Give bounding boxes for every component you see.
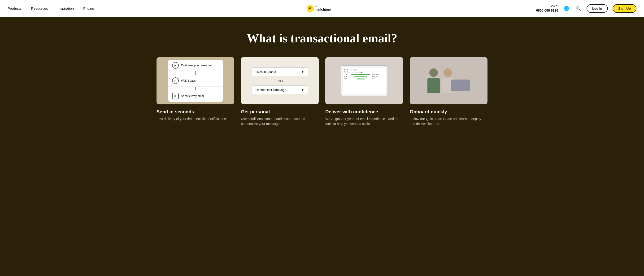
globe-icon-button[interactable]: 🌐 [563, 5, 570, 12]
workflow-item-2: ◷ Wait 3 days [168, 75, 223, 87]
card-4-desc: Follow our Quick Start Guide and learn t… [410, 116, 488, 126]
card-1-visual: ▶ Customer purchases item ◷ Wait 3 days … [156, 57, 234, 104]
workflow-box: ▶ Customer purchases item ◷ Wait 3 days … [168, 60, 223, 102]
nav-sales: Sales: 0800 086 8196 [536, 4, 558, 13]
bar-row-3: 71K Unlikely [344, 78, 384, 80]
card-3-visual: Predictive Intelligence Likelihood to pu… [325, 57, 403, 104]
clock-icon: ◷ [172, 77, 179, 84]
card-2-image: Lives in Atlanta ▼ AND Opened last campa… [241, 57, 319, 104]
condition-2-label: Opened last campaign [256, 88, 286, 92]
main-section: What is transactional email? ▶ Customer … [0, 17, 644, 276]
chevron-down-icon-2: ▼ [301, 88, 304, 92]
condition-1-dropdown[interactable]: Lives in Atlanta ▼ [252, 68, 308, 76]
workflow-label-2: Wait 3 days [181, 79, 196, 82]
person-1-head [429, 68, 438, 77]
card-1-desc: Fast delivery of your time-sensitive not… [156, 116, 234, 121]
nav-item-pricing[interactable]: Pricing [83, 7, 94, 11]
bar-2 [354, 76, 367, 77]
card-2-visual: Lives in Atlanta ▼ AND Opened last campa… [241, 57, 319, 104]
workflow-item-1: ▶ Customer purchases item [168, 60, 223, 71]
nav-left: Products Resources Inspiration Pricing [8, 7, 94, 11]
login-button[interactable]: Log In [586, 4, 608, 13]
card-1-title: Send in seconds [156, 109, 234, 115]
svg-text:mailchimp: mailchimp [315, 7, 331, 11]
card-4-image [410, 57, 488, 104]
signup-button[interactable]: Sign Up [612, 4, 636, 13]
person-1 [428, 68, 440, 93]
navbar: Products Resources Inspiration Pricing M… [0, 0, 644, 17]
card-get-personal: Lives in Atlanta ▼ AND Opened last campa… [241, 57, 319, 126]
and-label: AND [276, 79, 283, 83]
card-3-image: Predictive Intelligence Likelihood to pu… [325, 57, 403, 104]
card-4-title: Onboard quickly [410, 109, 488, 115]
card-deliver-confidence: Predictive Intelligence Likelihood to pu… [325, 57, 403, 126]
condition-2-dropdown[interactable]: Opened last campaign ▼ [252, 85, 308, 94]
people-visual [428, 68, 470, 93]
nav-logo[interactable]: M INTUIT mailchimp [306, 4, 338, 13]
connector-2 [195, 87, 196, 90]
card-1-image: ▶ Customer purchases item ◷ Wait 3 days … [156, 57, 234, 104]
cards-grid: ▶ Customer purchases item ◷ Wait 3 days … [156, 57, 488, 126]
chevron-down-icon-1: ▼ [301, 70, 304, 74]
card-2-title: Get personal [241, 109, 319, 115]
workflow-item-3: ▦ Send survey email [168, 90, 223, 102]
nav-right: Sales: 0800 086 8196 🌐 🔍 Log In Sign Up [536, 4, 636, 13]
laptop-people-small [451, 80, 470, 91]
card-4-visual [410, 57, 488, 104]
nav-item-products[interactable]: Products [8, 7, 22, 11]
person-1-body [428, 78, 440, 93]
bar-1 [351, 74, 370, 75]
play-icon: ▶ [172, 62, 179, 69]
condition-1-label: Lives in Atlanta [256, 70, 276, 74]
svg-text:M: M [308, 7, 312, 11]
workflow-label-1: Customer purchases item [181, 64, 214, 67]
nav-item-inspiration[interactable]: Inspiration [58, 7, 74, 11]
search-icon-button[interactable]: 🔍 [575, 5, 582, 12]
card-3-title: Deliver with confidence [325, 109, 403, 115]
person-2-head [444, 68, 452, 77]
laptop-mockup: Predictive Intelligence Likelihood to pu… [341, 65, 388, 96]
bar-row-2: 5.5K Moderately [344, 76, 384, 77]
laptop-screen: Predictive Intelligence Likelihood to pu… [343, 68, 386, 94]
nav-item-resources[interactable]: Resources [31, 7, 48, 11]
card-2-desc: Use conditional content and custom code … [241, 116, 319, 126]
card-send-seconds: ▶ Customer purchases item ◷ Wait 3 days … [156, 57, 234, 126]
bar-3 [356, 78, 365, 80]
workflow-label-3: Send survey email [181, 94, 204, 98]
connector-1 [195, 71, 196, 75]
section-title: What is transactional email? [14, 31, 630, 45]
card-onboard-quickly: Onboard quickly Follow our Quick Start G… [410, 57, 488, 126]
laptop-screen-header: Predictive Intelligence [344, 69, 384, 71]
laptop-chart-title: Likelihood to purchase again [344, 71, 384, 73]
chart-icon: ▦ [172, 93, 179, 99]
bar-row-1: 1.6K Highly likely [344, 74, 384, 75]
card-3-desc: We've got 20+ years of email experience—… [325, 116, 403, 126]
